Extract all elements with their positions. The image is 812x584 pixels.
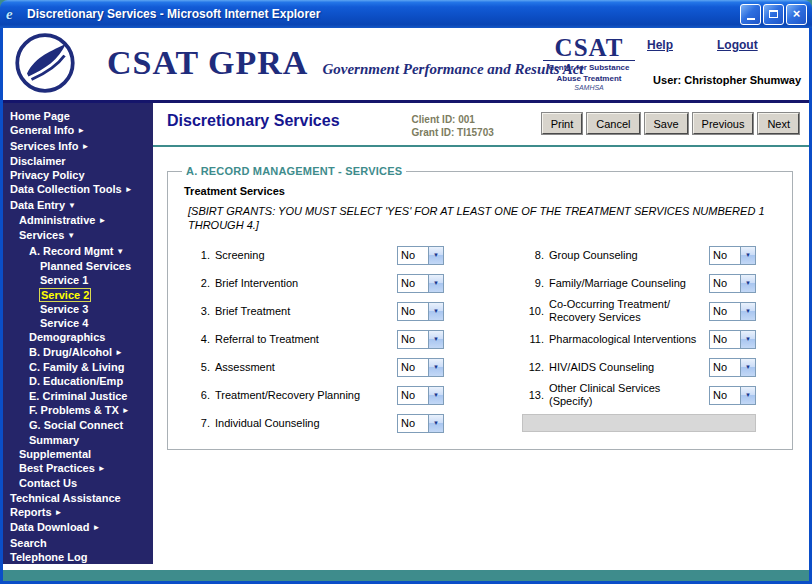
sidebar-item-c-family-living[interactable]: C. Family & Living bbox=[3, 360, 153, 374]
section-legend: A. RECORD MANAGEMENT - SERVICES bbox=[182, 165, 406, 177]
group-counseling-dropdown[interactable]: No▼ bbox=[709, 246, 756, 265]
family-marriage-counseling-dropdown[interactable]: No▼ bbox=[709, 274, 756, 293]
sidebar-item-service-4[interactable]: Service 4 bbox=[3, 316, 153, 330]
footer-teal-bar bbox=[3, 570, 809, 581]
sidebar-item-data-collection-tools[interactable]: Data Collection Tools► bbox=[3, 182, 153, 197]
sidebar-item-search[interactable]: Search bbox=[3, 536, 153, 550]
sidebar-item-technical-assistance[interactable]: Technical Assistance bbox=[3, 491, 153, 505]
service-number: 4. bbox=[188, 333, 210, 345]
dropdown-value: No bbox=[398, 277, 428, 289]
sidebar-item-service-2[interactable]: Service 2 bbox=[3, 288, 153, 302]
sidebar-item-service-1[interactable]: Service 1 bbox=[3, 273, 153, 287]
hiv-aids-counseling-dropdown[interactable]: No▼ bbox=[709, 358, 756, 377]
service-number: 8. bbox=[522, 249, 544, 261]
other-specify-row bbox=[522, 409, 756, 437]
sidebar-item-service-3[interactable]: Service 3 bbox=[3, 302, 153, 316]
service-number: 2. bbox=[188, 277, 210, 289]
logout-link[interactable]: Logout bbox=[717, 38, 758, 52]
dropdown-arrow-icon: ▼ bbox=[740, 275, 755, 292]
chevron-down-icon: ▼ bbox=[68, 201, 76, 210]
brand-title: CSAT GPRA bbox=[107, 44, 308, 82]
page-header: CSAT GPRA Government Performance and Res… bbox=[3, 28, 809, 103]
other-clinical-services-specify-dropdown[interactable]: No▼ bbox=[709, 386, 756, 405]
sidebar-item-administrative[interactable]: Administrative► bbox=[3, 213, 153, 228]
service-label: Assessment bbox=[215, 361, 397, 374]
help-link[interactable]: Help bbox=[647, 38, 673, 52]
services-form: 1.ScreeningNo▼2.Brief InterventionNo▼3.B… bbox=[188, 241, 782, 437]
sidebar-item-reports[interactable]: Reports► bbox=[3, 505, 153, 520]
service-label: HIV/AIDS Counseling bbox=[549, 361, 709, 374]
assessment-dropdown[interactable]: No▼ bbox=[397, 358, 444, 377]
sidebar-item-demographics[interactable]: Demographics bbox=[3, 330, 153, 344]
service-row-other-clinical-services-specify: 13.Other Clinical Services (Specify)No▼ bbox=[522, 381, 756, 409]
screening-dropdown[interactable]: No▼ bbox=[397, 246, 444, 265]
dropdown-arrow-icon: ▼ bbox=[428, 247, 443, 264]
sidebar-item-d-education-emp[interactable]: D. Education/Emp bbox=[3, 374, 153, 388]
sidebar-item-label: Summary bbox=[29, 434, 79, 446]
service-label: Screening bbox=[215, 249, 397, 262]
sidebar-item-general-info[interactable]: General Info► bbox=[3, 123, 153, 138]
sidebar-item-home-page[interactable]: Home Page bbox=[3, 109, 153, 123]
treatment-recovery-planning-dropdown[interactable]: No▼ bbox=[397, 386, 444, 405]
close-button[interactable]: × bbox=[786, 4, 807, 25]
cancel-button[interactable]: Cancel bbox=[587, 113, 639, 134]
individual-counseling-dropdown[interactable]: No▼ bbox=[397, 414, 444, 433]
sidebar-item-label: B. Drug/Alcohol bbox=[29, 346, 112, 358]
chevron-down-icon: ▼ bbox=[116, 247, 124, 256]
service-row-assessment: 5.AssessmentNo▼ bbox=[188, 353, 444, 381]
sidebar-item-supplemental[interactable]: Supplemental bbox=[3, 447, 153, 461]
sidebar-item-disclaimer[interactable]: Disclaimer bbox=[3, 154, 153, 168]
sidebar-item-best-practices[interactable]: Best Practices► bbox=[3, 461, 153, 476]
internet-explorer-icon: e bbox=[6, 6, 22, 22]
service-label: Pharmacological Interventions bbox=[549, 333, 709, 346]
sidebar-item-f-problems-tx[interactable]: F. Problems & TX► bbox=[3, 403, 153, 418]
sidebar-item-contact-us[interactable]: Contact Us bbox=[3, 476, 153, 490]
sidebar-item-g-social-connect[interactable]: G. Social Connect bbox=[3, 418, 153, 432]
sidebar-item-label: Reports bbox=[10, 506, 52, 518]
sidebar-item-label: Home Page bbox=[10, 110, 70, 122]
minimize-button[interactable] bbox=[740, 4, 761, 25]
print-button[interactable]: Print bbox=[542, 113, 583, 134]
sidebar-item-planned-services[interactable]: Planned Services bbox=[3, 259, 153, 273]
service-row-hiv-aids-counseling: 12.HIV/AIDS CounselingNo▼ bbox=[522, 353, 756, 381]
other-clinical-services-input[interactable] bbox=[522, 414, 756, 432]
window-titlebar[interactable]: e Discretionary Services - Microsoft Int… bbox=[0, 0, 812, 28]
sidebar-item-summary[interactable]: Summary bbox=[3, 433, 153, 447]
sidebar-item-privacy-policy[interactable]: Privacy Policy bbox=[3, 168, 153, 182]
save-button[interactable]: Save bbox=[645, 113, 688, 134]
chevron-right-icon: ► bbox=[77, 126, 85, 135]
maximize-button[interactable] bbox=[763, 4, 784, 25]
dropdown-arrow-icon: ▼ bbox=[428, 359, 443, 376]
brief-treatment-dropdown[interactable]: No▼ bbox=[397, 302, 444, 321]
sidebar-item-services[interactable]: Services▼ bbox=[3, 228, 153, 243]
sidebar-item-e-criminal-justice[interactable]: E. Criminal Justice bbox=[3, 389, 153, 403]
dropdown-value: No bbox=[710, 389, 740, 401]
pharmacological-interventions-dropdown[interactable]: No▼ bbox=[709, 330, 756, 349]
co-occurring-treatment-recovery-services-dropdown[interactable]: No▼ bbox=[709, 302, 756, 321]
sidebar-item-services-info[interactable]: Services Info► bbox=[3, 139, 153, 154]
brief-intervention-dropdown[interactable]: No▼ bbox=[397, 274, 444, 293]
referral-to-treatment-dropdown[interactable]: No▼ bbox=[397, 330, 444, 349]
service-number: 10. bbox=[522, 305, 544, 317]
previous-button[interactable]: Previous bbox=[693, 113, 754, 134]
sidebar-item-data-entry[interactable]: Data Entry▼ bbox=[3, 198, 153, 213]
sidebar-item-data-download[interactable]: Data Download► bbox=[3, 520, 153, 535]
sidebar-item-a-record-mgmt[interactable]: A. Record Mgmt▼ bbox=[3, 244, 153, 259]
dropdown-value: No bbox=[710, 277, 740, 289]
toolbar: PrintCancelSavePreviousNext bbox=[542, 113, 799, 134]
sidebar-item-label: Service 2 bbox=[40, 289, 90, 301]
chevron-right-icon: ► bbox=[115, 348, 123, 357]
dropdown-value: No bbox=[398, 361, 428, 373]
sidebar-item-label: Disclaimer bbox=[10, 155, 66, 167]
sidebar-item-label: General Info bbox=[10, 124, 74, 136]
next-button[interactable]: Next bbox=[758, 113, 799, 134]
sidebar-item-b-drug-alcohol[interactable]: B. Drug/Alcohol► bbox=[3, 345, 153, 360]
service-row-family-marriage-counseling: 9.Family/Marriage CounselingNo▼ bbox=[522, 269, 756, 297]
dropdown-value: No bbox=[398, 333, 428, 345]
service-number: 1. bbox=[188, 249, 210, 261]
sidebar-item-label: Service 1 bbox=[40, 274, 88, 286]
sidebar-item-telephone-log[interactable]: Telephone Log bbox=[3, 550, 153, 564]
sidebar-item-label: C. Family & Living bbox=[29, 361, 124, 373]
sidebar-item-label: Demographics bbox=[29, 331, 105, 343]
grant-id-label: Grant ID: TI15703 bbox=[412, 126, 494, 139]
